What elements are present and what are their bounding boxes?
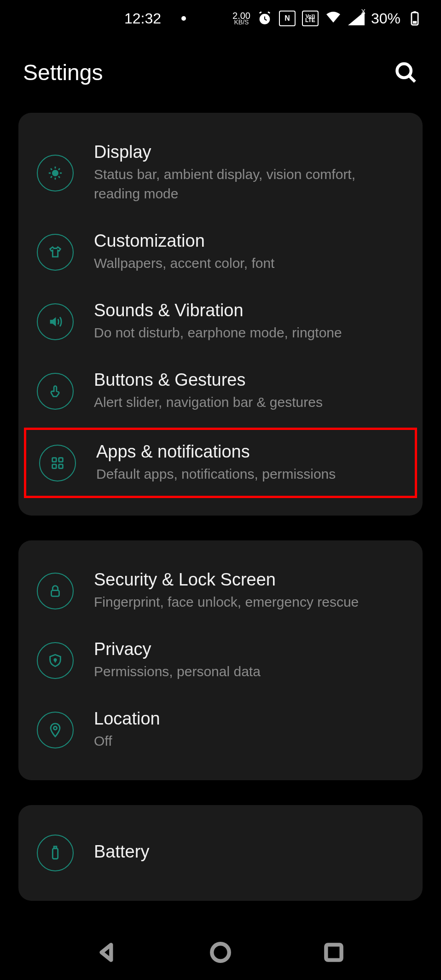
row-subtitle: Status bar, ambient display, vision comf…: [94, 165, 404, 203]
nfc-icon: N: [279, 11, 296, 26]
svg-point-6: [52, 170, 58, 175]
settings-group: Battery: [18, 805, 423, 901]
row-subtitle: Permissions, personal data: [94, 662, 404, 681]
page-header: Settings: [0, 37, 441, 113]
status-time: 12:32: [124, 10, 161, 27]
settings-row-apps[interactable]: Apps & notificationsDefault apps, notifi…: [24, 428, 417, 498]
recent-button[interactable]: [320, 939, 348, 966]
svg-rect-17: [52, 464, 57, 468]
notification-dot-icon: [181, 16, 186, 21]
row-text: CustomizationWallpapers, accent color, f…: [94, 231, 404, 273]
row-text: Apps & notificationsDefault apps, notifi…: [96, 442, 402, 484]
row-text: DisplayStatus bar, ambient display, visi…: [94, 142, 404, 203]
volte-icon: Vo)) LTE: [302, 11, 319, 26]
row-subtitle: Fingerprint, face unlock, emergency resc…: [94, 592, 404, 612]
settings-row-brightness[interactable]: DisplayStatus bar, ambient display, visi…: [18, 128, 423, 217]
shirt-icon: [37, 234, 74, 271]
svg-rect-15: [52, 458, 57, 462]
apps-icon: [39, 445, 76, 481]
search-button[interactable]: [394, 61, 418, 85]
row-text: Security & Lock ScreenFingerprint, face …: [94, 570, 404, 612]
row-text: PrivacyPermissions, personal data: [94, 639, 404, 681]
back-button[interactable]: [93, 939, 121, 966]
svg-point-25: [212, 944, 229, 961]
battery-percent: 30%: [371, 10, 400, 27]
svg-point-22: [53, 726, 57, 730]
row-subtitle: Wallpapers, accent color, font: [94, 254, 404, 273]
row-title: Customization: [94, 231, 404, 251]
row-title: Location: [94, 709, 404, 729]
page-title: Settings: [23, 60, 103, 85]
row-text: LocationOff: [94, 709, 404, 751]
volume-icon: [37, 303, 74, 340]
search-icon: [394, 61, 418, 85]
svg-line-11: [51, 168, 52, 170]
row-text: Sounds & VibrationDo not disturb, earpho…: [94, 301, 404, 342]
svg-point-4: [397, 64, 411, 77]
row-text: Battery: [94, 842, 404, 864]
data-rate-unit: KB/S: [234, 20, 249, 25]
settings-row-battery[interactable]: Battery: [18, 821, 423, 885]
row-title: Apps & notifications: [96, 442, 402, 462]
row-subtitle: Do not disturb, earphone mode, ringtone: [94, 323, 404, 342]
row-title: Privacy: [94, 639, 404, 659]
brightness-icon: [37, 155, 74, 191]
data-rate-indicator: 2.00 KB/S: [232, 12, 250, 25]
cellular-signal-icon: X: [348, 12, 365, 25]
pin-icon: [37, 712, 74, 748]
back-icon: [96, 941, 119, 964]
signal-badge: X: [361, 8, 366, 15]
settings-row-lock[interactable]: Security & Lock ScreenFingerprint, face …: [18, 556, 423, 626]
settings-row-gesture[interactable]: Buttons & GesturesAlert slider, navigati…: [18, 356, 423, 426]
svg-rect-2: [413, 11, 416, 12]
svg-line-13: [51, 176, 52, 178]
lock-icon: [37, 573, 74, 609]
svg-point-20: [54, 659, 56, 661]
wifi-icon: [325, 9, 342, 29]
shield-icon: [37, 642, 74, 679]
row-subtitle: Alert slider, navigation bar & gestures: [94, 393, 404, 412]
row-subtitle: Default apps, notifications, permissions: [96, 464, 402, 484]
row-title: Battery: [94, 842, 404, 862]
alarm-icon: [257, 11, 273, 26]
svg-line-12: [58, 176, 60, 178]
system-nav-bar: [0, 925, 441, 980]
battery-icon: [407, 11, 423, 26]
recent-icon: [322, 941, 345, 964]
svg-rect-19: [52, 590, 59, 596]
svg-rect-26: [326, 945, 341, 960]
svg-line-14: [58, 168, 60, 170]
row-text: Buttons & GesturesAlert slider, navigati…: [94, 370, 404, 412]
svg-rect-3: [413, 21, 417, 24]
status-left: 12:32: [124, 10, 186, 27]
row-title: Security & Lock Screen: [94, 570, 404, 590]
settings-row-pin[interactable]: LocationOff: [18, 695, 423, 765]
settings-row-volume[interactable]: Sounds & VibrationDo not disturb, earpho…: [18, 287, 423, 356]
svg-rect-24: [54, 847, 57, 848]
svg-line-5: [409, 75, 415, 81]
svg-rect-16: [59, 458, 63, 462]
status-right: 2.00 KB/S N Vo)) LTE X 30%: [232, 9, 423, 29]
settings-list: DisplayStatus bar, ambient display, visi…: [0, 113, 441, 901]
settings-row-shirt[interactable]: CustomizationWallpapers, accent color, f…: [18, 217, 423, 287]
settings-group: Security & Lock ScreenFingerprint, face …: [18, 540, 423, 780]
home-icon: [209, 941, 232, 964]
row-title: Buttons & Gestures: [94, 370, 404, 390]
svg-rect-23: [52, 848, 58, 859]
row-subtitle: Off: [94, 731, 404, 751]
svg-rect-18: [59, 464, 63, 468]
settings-row-shield[interactable]: PrivacyPermissions, personal data: [18, 626, 423, 695]
home-button[interactable]: [207, 939, 234, 966]
row-title: Display: [94, 142, 404, 162]
volte-bot: LTE: [305, 18, 315, 22]
gesture-icon: [37, 373, 74, 410]
row-title: Sounds & Vibration: [94, 301, 404, 320]
battery-icon: [37, 835, 74, 871]
status-bar: 12:32 2.00 KB/S N Vo)) LTE X 30%: [0, 0, 441, 37]
settings-group: DisplayStatus bar, ambient display, visi…: [18, 113, 423, 516]
